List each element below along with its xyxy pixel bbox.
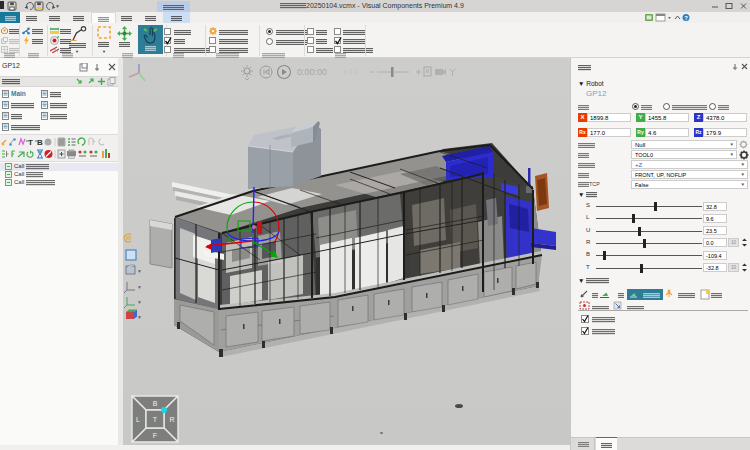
svg-text:▼: ▼ bbox=[137, 314, 141, 320]
svg-text:▼: ▼ bbox=[137, 284, 141, 290]
svg-text:R: R bbox=[169, 416, 174, 423]
svg-text:▼: ▼ bbox=[137, 299, 141, 305]
svg-text:B: B bbox=[153, 400, 158, 407]
svg-text:T: T bbox=[153, 416, 158, 423]
svg-text:T: T bbox=[28, 138, 33, 147]
svg-text:?: ? bbox=[684, 15, 688, 21]
svg-text:▼: ▼ bbox=[137, 268, 141, 274]
svg-text:B: B bbox=[37, 138, 43, 147]
svg-text:0:00:00: 0:00:00 bbox=[297, 67, 327, 77]
svg-text:F: F bbox=[153, 432, 157, 439]
svg-text:L: L bbox=[136, 416, 140, 423]
svg-text:× 1.0: × 1.0 bbox=[343, 68, 358, 75]
